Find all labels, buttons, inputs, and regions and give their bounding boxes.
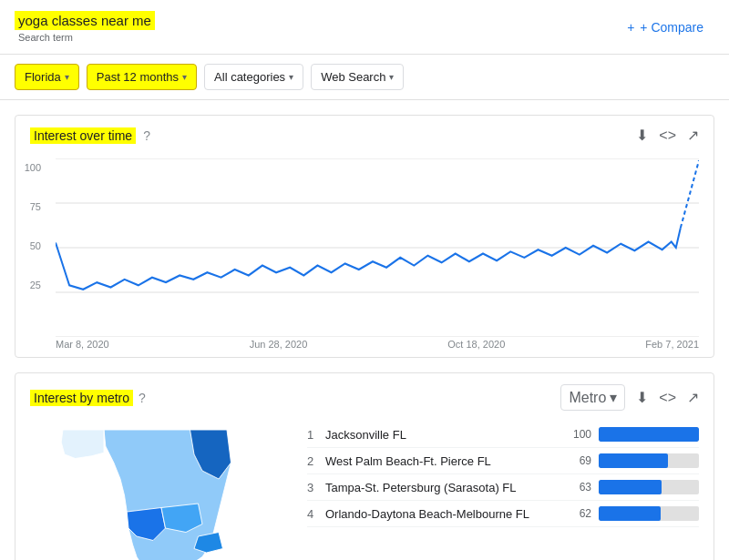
search-type-label: Web Search	[321, 70, 385, 84]
x-axis-labels: Mar 8, 2020 Jun 28, 2020 Oct 18, 2020 Fe…	[15, 337, 714, 357]
rank-1: 1	[307, 428, 325, 442]
metro-value-4: 62	[564, 507, 591, 520]
compare-button[interactable]: + + Compare	[616, 13, 714, 42]
time-filter[interactable]: Past 12 months ▾	[87, 64, 197, 90]
spike-line	[681, 160, 699, 228]
rank-3: 3	[307, 481, 325, 494]
help-icon-time[interactable]: ?	[143, 128, 150, 143]
region-filter[interactable]: Florida ▾	[15, 64, 79, 90]
y-label-50: 50	[15, 240, 41, 251]
metro-bar-container-1	[599, 427, 699, 442]
share-icon-metro[interactable]: ↗	[687, 389, 699, 406]
metro-content: 1 Jacksonville FL 100 2 West Palm Beach-…	[15, 414, 714, 560]
search-term-label: Search term	[15, 32, 155, 43]
x-label-4: Feb 7, 2021	[645, 339, 699, 350]
time-label: Past 12 months	[97, 70, 179, 84]
search-term-box: yoga classes near me Search term	[15, 11, 155, 43]
metro-item-2: 2 West Palm Beach-Ft. Pierce FL 69	[307, 448, 699, 474]
panhandle	[61, 430, 104, 459]
metro-item-1: 1 Jacksonville FL 100	[307, 422, 699, 448]
trend-chart-svg	[56, 158, 699, 337]
region-label: Florida	[25, 70, 61, 84]
compare-label: + Compare	[640, 20, 703, 35]
metro-value-2: 69	[564, 454, 591, 467]
trend-line	[56, 228, 681, 290]
help-icon-metro[interactable]: ?	[139, 391, 146, 405]
plus-icon: +	[627, 20, 634, 35]
metro-bar-4	[599, 506, 661, 521]
y-label-25: 25	[15, 280, 41, 290]
metro-section-header: Interest by metro ? Metro ▾ ⬇ <> ↗	[15, 373, 714, 414]
metro-bar-container-2	[599, 453, 699, 468]
region-arrow-icon: ▾	[65, 72, 69, 82]
section-title-metro: Interest by metro	[30, 390, 133, 406]
x-label-1: Mar 8, 2020	[56, 339, 109, 350]
category-arrow-icon: ▾	[289, 72, 293, 82]
embed-icon-metro[interactable]: <>	[659, 390, 676, 406]
x-label-3: Oct 18, 2020	[447, 339, 505, 350]
rank-2: 2	[307, 454, 325, 468]
section-header-time: Interest over time ? ⬇ <> ↗	[15, 116, 714, 155]
metro-actions: Metro ▾ ⬇ <> ↗	[560, 384, 699, 411]
metro-list: 1 Jacksonville FL 100 2 West Palm Beach-…	[307, 414, 714, 560]
metro-filter-arrow: ▾	[610, 389, 617, 406]
florida-map-area	[15, 414, 307, 560]
y-label-75: 75	[15, 201, 41, 212]
embed-icon-time[interactable]: <>	[659, 127, 676, 144]
metro-bar-2	[599, 453, 668, 468]
florida-map-svg	[43, 422, 280, 560]
search-type-filter[interactable]: Web Search ▾	[311, 64, 404, 90]
metro-bar-container-4	[599, 506, 699, 521]
search-term-value: yoga classes near me	[15, 11, 155, 30]
metro-filter-label: Metro	[569, 390, 606, 406]
section-actions-time: ⬇ <> ↗	[636, 127, 699, 144]
y-axis-labels: 100 75 50 25	[15, 158, 52, 322]
share-icon-time[interactable]: ↗	[687, 127, 699, 144]
header: yoga classes near me Search term + + Com…	[0, 0, 729, 55]
metro-name-4: Orlando-Daytona Beach-Melbourne FL	[325, 507, 564, 521]
metro-value-3: 63	[564, 481, 591, 494]
section-title-time: Interest over time	[30, 127, 136, 144]
download-icon-time[interactable]: ⬇	[636, 127, 648, 144]
y-label-100: 100	[15, 162, 41, 173]
metro-item-3: 3 Tampa-St. Petersburg (Sarasota) FL 63	[307, 474, 699, 501]
category-label: All categories	[214, 70, 285, 84]
metro-value-1: 100	[564, 428, 591, 441]
x-label-2: Jun 28, 2020	[250, 339, 308, 350]
filters-bar: Florida ▾ Past 12 months ▾ All categorie…	[0, 55, 729, 100]
interest-by-metro-section: Interest by metro ? Metro ▾ ⬇ <> ↗	[15, 372, 714, 560]
metro-bar-container-3	[599, 480, 699, 494]
search-type-arrow-icon: ▾	[389, 72, 394, 82]
chart-container: 100 75 50 25 Mar 8, 2020 Jun 28,	[15, 155, 714, 357]
category-filter[interactable]: All categories ▾	[204, 64, 303, 90]
interest-over-time-section: Interest over time ? ⬇ <> ↗ 100 75 50 25	[15, 115, 714, 358]
metro-name-1: Jacksonville FL	[325, 428, 564, 442]
download-icon-metro[interactable]: ⬇	[636, 389, 648, 406]
metro-name-3: Tampa-St. Petersburg (Sarasota) FL	[325, 481, 564, 494]
rank-4: 4	[307, 507, 325, 521]
metro-item-4: 4 Orlando-Daytona Beach-Melbourne FL 62	[307, 501, 699, 527]
metro-bar-3	[599, 480, 662, 494]
time-arrow-icon: ▾	[182, 72, 187, 82]
metro-name-2: West Palm Beach-Ft. Pierce FL	[325, 454, 564, 468]
metro-bar-1	[599, 427, 699, 442]
metro-filter-chip[interactable]: Metro ▾	[560, 384, 625, 411]
